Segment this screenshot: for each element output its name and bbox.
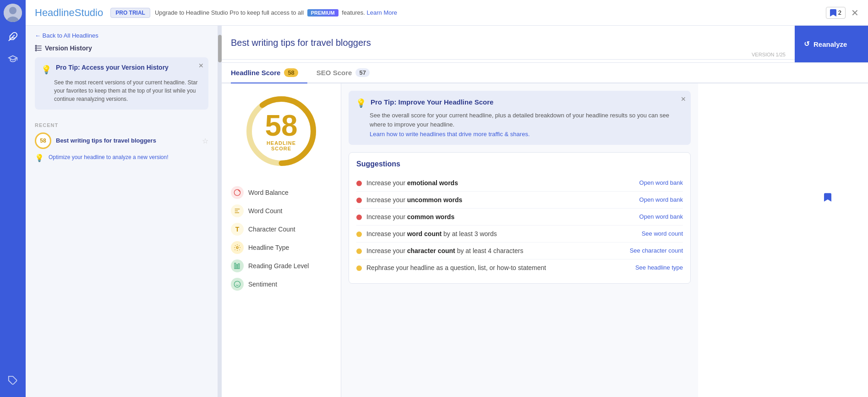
svg-rect-20 — [236, 265, 238, 269]
metric-list: Word Balance Word Count — [231, 186, 332, 291]
tab-seo-score-label: SEO Score — [317, 69, 352, 77]
score-inner: 58 HEADLINESCORE — [265, 111, 297, 151]
version-label: VERSION 1/25 — [222, 50, 795, 60]
headline-input-wrapper: VERSION 1/25 — [222, 26, 795, 62]
suggestion-emotional-words: Increase your emotional words Open word … — [356, 175, 683, 192]
right-tip-link[interactable]: Learn how to write headlines that drive … — [370, 131, 683, 138]
tip-icon: 💡 — [41, 65, 51, 75]
svg-rect-8 — [35, 50, 37, 51]
recent-section: RECENT 58 Best writing tips for travel b… — [26, 122, 218, 170]
score-content-area: 58 HEADLINESCORE — [222, 83, 868, 397]
open-word-bank-uncommon[interactable]: Open word bank — [639, 196, 683, 203]
suggestion-text-4: Increase your word count by at least 3 w… — [366, 230, 633, 237]
reanalyze-button[interactable]: ↺ Reanalyze — [795, 26, 868, 62]
tab-headline-score[interactable]: Headline Score 58 — [231, 63, 307, 83]
optimize-text: Optimize your headline to analyze a new … — [49, 154, 168, 161]
suggestion-dot-2 — [356, 198, 362, 203]
recent-item: 58 Best writing tips for travel bloggers… — [35, 132, 208, 149]
svg-rect-21 — [238, 264, 240, 269]
headline-bookmark-icon[interactable] — [824, 193, 831, 204]
bookmark-count-value: 2 — [838, 9, 841, 16]
suggestion-dot-3 — [356, 215, 362, 220]
headline-type-label: Headline Type — [248, 244, 289, 251]
character-count-label: Character Count — [248, 226, 295, 233]
recent-headline-title[interactable]: Best writing tips for travel bloggers — [56, 137, 156, 145]
metric-character-count[interactable]: T Character Count — [231, 223, 332, 236]
center-right-wrapper: VERSION 1/25 ↺ Reanalyze Headline Score … — [222, 26, 868, 397]
scroll-bar — [218, 26, 222, 397]
see-headline-type-link[interactable]: See headline type — [635, 264, 683, 271]
close-right-pro-tip-btn[interactable]: ✕ — [681, 95, 686, 103]
suggestion-text-2: Increase your uncommon words — [366, 196, 631, 204]
suggestion-text-1: Increase your emotional words — [366, 179, 631, 187]
suggestion-word-count: Increase your word count by at least 3 w… — [356, 226, 683, 243]
suggestion-dot-4 — [356, 232, 362, 237]
graduation-icon[interactable] — [4, 50, 22, 68]
word-count-icon — [231, 204, 244, 217]
avatar[interactable] — [4, 4, 22, 22]
suggestion-text-5: Increase your character count by at leas… — [366, 247, 622, 254]
right-panel: ✕ 💡 Pro Tip: Improve Your Headline Score… — [341, 83, 698, 397]
open-word-bank-common[interactable]: Open word bank — [639, 213, 683, 220]
metric-word-count[interactable]: Word Count — [231, 204, 332, 217]
right-pro-tip-title: Pro Tip: Improve Your Headline Score — [371, 98, 493, 106]
open-word-bank-emotional[interactable]: Open word bank — [639, 179, 683, 186]
tab-seo-score-badge: 57 — [355, 68, 369, 77]
metric-headline-type[interactable]: Headline Type — [231, 241, 332, 254]
logo-bold: Headline — [35, 7, 75, 18]
pro-tip-card: ✕ 💡 Pro Tip: Access your Version History… — [35, 57, 208, 110]
suggestion-dot-6 — [356, 265, 362, 271]
reading-grade-label: Reading Grade Level — [248, 262, 309, 270]
version-history-section: Version History ✕ 💡 Pro Tip: Access your… — [26, 43, 218, 122]
suggestion-common-words: Increase your common words Open word ban… — [356, 209, 683, 226]
headline-type-icon — [231, 241, 244, 254]
suggestion-character-count: Increase your character count by at leas… — [356, 243, 683, 259]
recent-score: 58 — [35, 132, 51, 149]
metric-sentiment[interactable]: Sentiment — [231, 278, 332, 291]
svg-point-18 — [236, 247, 238, 248]
version-history-title: Version History — [35, 44, 208, 52]
bookmark-count-btn[interactable]: 2 — [826, 7, 846, 19]
score-circle: 58 HEADLINESCORE — [245, 94, 318, 168]
reanalyze-icon: ↺ — [804, 40, 810, 48]
suggestions-box: Suggestions Increase your emotional word… — [349, 152, 691, 284]
left-panel: ← Back to All Headlines Version History … — [26, 26, 218, 397]
svg-point-1 — [9, 7, 16, 14]
back-link[interactable]: ← Back to All Headlines — [26, 26, 218, 43]
scroll-thumb[interactable] — [218, 35, 222, 62]
optimize-icon: 💡 — [35, 154, 44, 162]
character-count-icon: T — [231, 223, 244, 236]
top-banner: HeadlineStudio PRO TRIAL Upgrade to Head… — [26, 0, 868, 26]
banner-text: Upgrade to Headline Studio Pro to keep f… — [155, 9, 826, 16]
sidebar — [0, 0, 26, 397]
tab-seo-score[interactable]: SEO Score 57 — [317, 63, 379, 83]
score-label: HEADLINESCORE — [265, 140, 297, 151]
svg-point-22 — [234, 281, 240, 287]
learn-more-link[interactable]: Learn More — [367, 9, 397, 16]
reading-grade-icon — [231, 259, 244, 272]
close-pro-tip-btn[interactable]: ✕ — [198, 62, 204, 69]
suggestion-text-6: Rephrase your headline as a question, li… — [366, 264, 627, 271]
score-section: 58 HEADLINESCORE — [222, 83, 341, 397]
tabs-bar: Headline Score 58 SEO Score 57 — [222, 63, 868, 83]
pro-tip-title: Pro Tip: Access your Version History — [56, 64, 169, 71]
right-tip-icon: 💡 — [356, 98, 366, 108]
headline-top-row: VERSION 1/25 ↺ Reanalyze — [222, 26, 868, 63]
sentiment-icon — [231, 278, 244, 291]
pro-trial-badge: PRO TRIAL — [110, 8, 150, 18]
headline-input[interactable] — [231, 38, 786, 48]
close-button[interactable]: ✕ — [851, 7, 859, 18]
see-word-count-link[interactable]: See word count — [642, 230, 683, 237]
pro-tip-body: See the most recent versions of your cur… — [54, 78, 202, 103]
word-balance-icon — [231, 186, 244, 199]
right-pro-tip-body: See the overall score for your current h… — [370, 111, 683, 129]
recent-star-btn[interactable]: ☆ — [202, 137, 208, 145]
svg-rect-19 — [235, 263, 236, 269]
see-character-count-link[interactable]: See character count — [630, 247, 683, 254]
puzzle-icon[interactable] — [4, 371, 22, 390]
feather-icon[interactable] — [4, 28, 22, 46]
word-balance-label: Word Balance — [248, 189, 289, 196]
metric-word-balance[interactable]: Word Balance — [231, 186, 332, 199]
metric-reading-grade[interactable]: Reading Grade Level — [231, 259, 332, 272]
logo-light: Studio — [75, 7, 103, 18]
